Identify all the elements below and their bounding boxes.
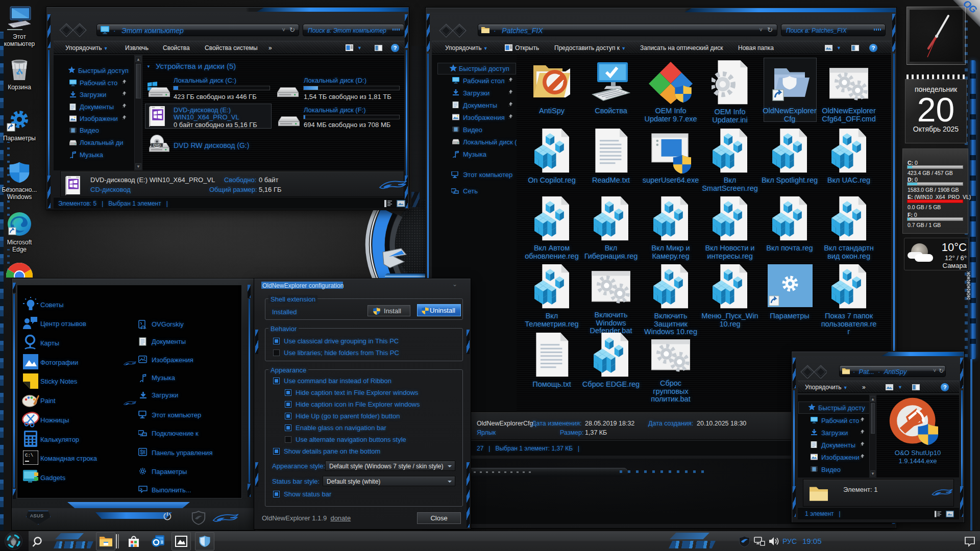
svg-text:C:\: C:\ [25, 453, 33, 458]
